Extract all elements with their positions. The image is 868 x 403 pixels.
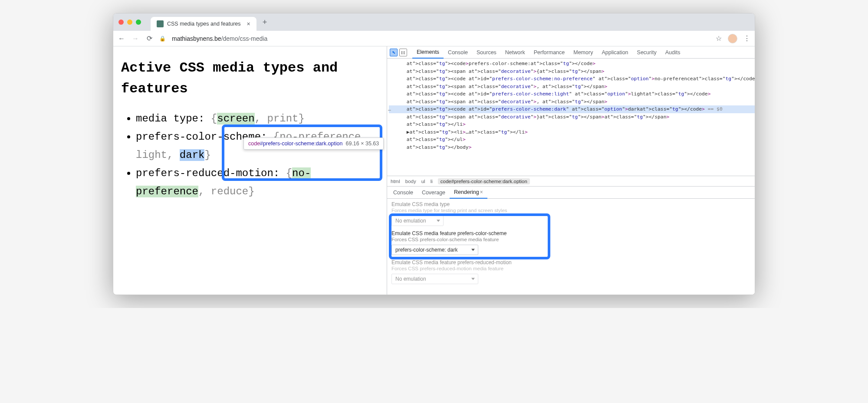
emulate-reduced-motion-title: Emulate CSS media feature prefers-reduce… — [391, 259, 755, 265]
tab-title: CSS media types and features — [167, 21, 241, 27]
devtools-tab-security[interactable]: Security — [633, 46, 661, 59]
emulate-media-type-title: Emulate CSS media type — [391, 201, 755, 207]
crumb-codepreferscolorschemedarkoption[interactable]: code#prefers-color-scheme:dark.option — [438, 178, 530, 184]
crumb-li[interactable]: li — [431, 179, 433, 184]
device-toolbar-icon[interactable]: ⫿⫿ — [399, 49, 407, 56]
tab-strip: CSS media types and features × + — [113, 13, 755, 31]
bookmark-icon[interactable]: ☆ — [716, 34, 722, 43]
drawer-tab-coverage[interactable]: Coverage — [418, 187, 450, 199]
emulate-color-scheme-title: Emulate CSS media feature prefers-color-… — [391, 230, 755, 236]
reduced-motion-select[interactable]: No emulation — [391, 274, 478, 284]
dark-option-highlighted[interactable]: dark — [180, 149, 205, 161]
devtools-panel: ⬉ ⫿⫿ ElementsConsoleSourcesNetworkPerfor… — [387, 46, 755, 295]
devtools-tab-sources[interactable]: Sources — [472, 46, 501, 59]
inspect-tooltip: code#prefers-color-scheme:dark.option 69… — [243, 138, 384, 150]
url-display[interactable]: mathiasbynens.be/demo/css-media — [172, 35, 710, 42]
rendered-page: Active CSS media types and features medi… — [113, 46, 387, 295]
page-heading: Active CSS media types and features — [121, 58, 379, 99]
crumb-body[interactable]: body — [405, 179, 416, 184]
breadcrumbs[interactable]: htmlbodyullicode#prefers-color-scheme:da… — [387, 176, 755, 186]
dom-tree[interactable]: at">class="tg"><code>prefers-color-schem… — [387, 59, 755, 176]
browser-window: CSS media types and features × + ← → ⟳ 🔒… — [113, 13, 755, 295]
elements-panel: at">class="tg"><code>prefers-color-schem… — [387, 59, 755, 186]
forward-icon[interactable]: → — [132, 35, 139, 43]
minimize-window-button[interactable] — [127, 20, 132, 25]
zoom-window-button[interactable] — [136, 20, 141, 25]
favicon — [157, 20, 164, 27]
profile-avatar[interactable] — [728, 34, 737, 43]
devtools-tab-memory[interactable]: Memory — [569, 46, 597, 59]
color-scheme-select[interactable]: prefers-color-scheme: dark — [391, 245, 478, 255]
new-tab-button[interactable]: + — [263, 18, 267, 27]
browser-tab[interactable]: CSS media types and features × — [151, 17, 256, 31]
crumb-html[interactable]: html — [391, 179, 400, 184]
devtools-tab-application[interactable]: Application — [597, 46, 632, 59]
drawer-tab-console[interactable]: Console — [389, 187, 418, 199]
crumb-ul[interactable]: ul — [421, 179, 425, 184]
media-type-select[interactable]: No emulation — [391, 216, 444, 226]
devtools-drawer: ConsoleCoverageRendering ×× Emulate CSS … — [387, 186, 755, 295]
traffic-lights — [118, 20, 141, 25]
lock-icon[interactable]: 🔒 — [159, 36, 166, 42]
back-icon[interactable]: ← — [118, 35, 125, 43]
reload-icon[interactable]: ⟳ — [145, 34, 153, 43]
close-tab-icon[interactable]: × — [247, 20, 250, 27]
close-window-button[interactable] — [118, 20, 124, 25]
prefers-reduced-motion-line: prefers-reduced-motion: {no-preference, … — [136, 164, 379, 201]
devtools-tab-performance[interactable]: Performance — [529, 46, 569, 59]
devtools-tab-audits[interactable]: Audits — [661, 46, 685, 59]
menu-icon[interactable]: ⋮ — [743, 34, 750, 43]
inspect-element-icon[interactable]: ⬉ — [390, 49, 398, 56]
drawer-tab-rendering[interactable]: Rendering × — [450, 187, 487, 199]
devtools-tab-console[interactable]: Console — [444, 46, 472, 59]
devtools-tab-network[interactable]: Network — [501, 46, 529, 59]
address-bar: ← → ⟳ 🔒 mathiasbynens.be/demo/css-media … — [113, 31, 755, 46]
devtools-tab-elements[interactable]: Elements — [412, 46, 444, 59]
media-type-line: media type: {screen, print} — [136, 110, 379, 128]
